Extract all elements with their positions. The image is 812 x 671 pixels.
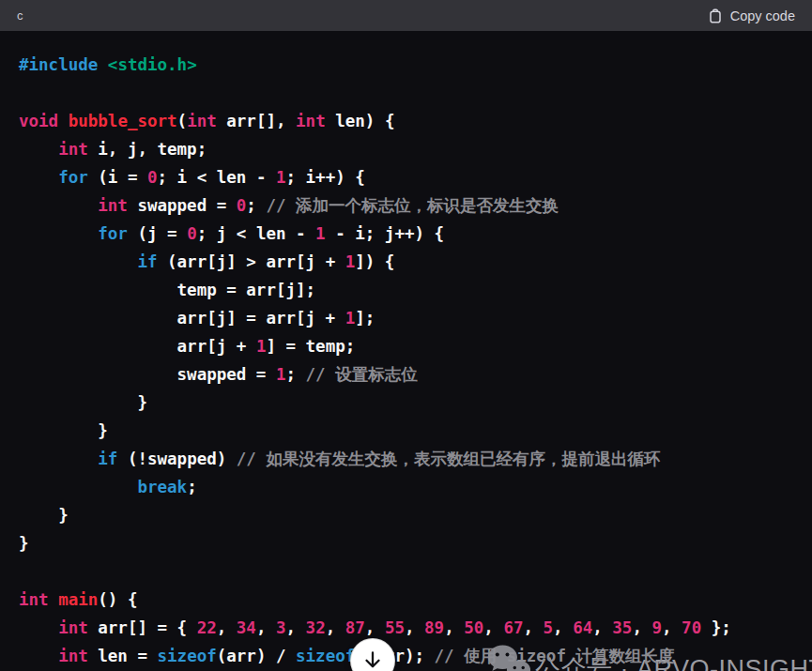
code-line: swapped = 1; // 设置标志位 [19,360,793,389]
code-line: } [19,529,793,557]
code-line: if (!swapped) // 如果没有发生交换，表示数组已经有序，提前退出循… [19,445,793,473]
wechat-icon [487,644,530,671]
copy-code-button[interactable]: Copy code [708,8,795,23]
language-label: c [17,8,23,23]
code-line: int swapped = 0; // 添加一个标志位，标识是否发生交换 [19,191,793,220]
code-line: temp = arr[j]; [19,276,793,304]
code-line: #include <stdio.h> [19,51,793,79]
code-line: for (j = 0; j < len - 1 - i; j++) { [19,220,793,248]
code-line: void bubble_sort(int arr[], int len) { [19,107,793,135]
code-line: if (arr[j] > arr[j + 1]) { [19,248,793,276]
code-block: c Copy code 公众号 · ARVO-INSIGHT #include … [0,0,812,671]
code-line: arr[j] = arr[j + 1]; [19,304,793,332]
code-line: } [19,501,793,529]
code-line: int i, j, temp; [19,135,793,163]
code-line: for (i = 0; i < len - 1; i++) { [19,163,793,191]
code-line: int main() { [19,586,793,614]
code-line [19,557,793,586]
arrow-down-icon [361,648,384,671]
code-line [19,79,793,107]
copy-code-label: Copy code [730,8,795,23]
code-line: int len = sizeof(arr) / sizeof(*arr); //… [19,642,793,670]
code-line: arr[j + 1] = temp; [19,332,793,360]
code-content: #include <stdio.h> void bubble_sort(int … [0,31,812,671]
code-line: } [19,389,793,417]
code-line: int arr[] = { 22, 34, 3, 32, 87, 55, 89,… [19,614,793,642]
clipboard-icon [708,8,723,23]
code-header: c Copy code [0,0,812,31]
code-area: 公众号 · ARVO-INSIGHT #include <stdio.h> vo… [0,31,812,671]
code-line: } [19,417,793,445]
code-line: break; [19,473,793,501]
